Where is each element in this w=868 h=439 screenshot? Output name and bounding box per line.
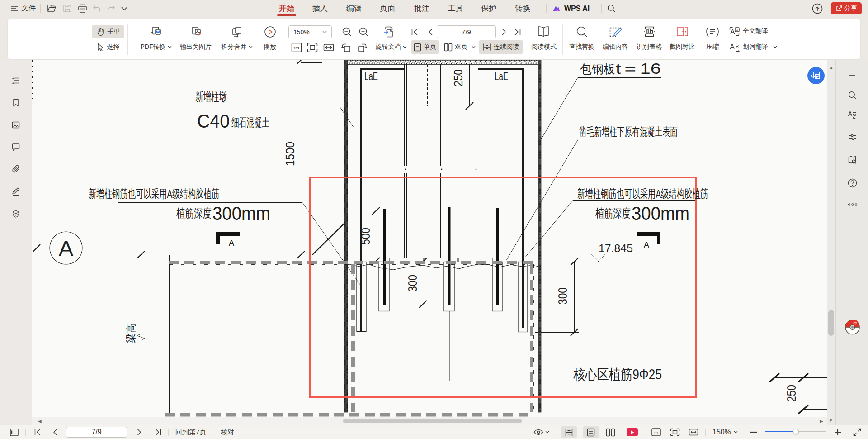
vertical-scrollbar[interactable]: ▲ ▼ (827, 60, 835, 425)
settings-sliders-icon[interactable] (848, 133, 857, 142)
view-visibility-button[interactable] (533, 425, 549, 439)
zoom-out-icon[interactable] (340, 25, 353, 38)
fit-page-button[interactable] (670, 425, 680, 439)
tab-comment[interactable]: 批注 (414, 0, 429, 17)
hamburger-menu-icon[interactable] (11, 0, 19, 17)
export-image-button[interactable]: 输出为图片 (173, 40, 218, 54)
play-slideshow-icon[interactable] (259, 25, 281, 38)
prev-page-button[interactable] (52, 425, 57, 439)
search-panel-icon[interactable] (848, 91, 857, 100)
compress-button[interactable]: 压缩 (698, 40, 727, 54)
attachment-icon[interactable] (11, 165, 20, 174)
full-translate-button[interactable]: 全文翻译 (729, 25, 783, 38)
navigation-map-icon[interactable] (848, 155, 857, 164)
zoom-out-button[interactable] (750, 425, 758, 439)
page-number-input[interactable]: 7/9 (437, 25, 496, 38)
pdf-convert-button[interactable]: PDF转换 (133, 40, 179, 54)
rotate-right-icon[interactable] (356, 42, 368, 53)
page-number-input[interactable]: 7/9 (66, 427, 127, 438)
help-icon[interactable] (848, 178, 857, 187)
actual-size-icon[interactable]: 1:1 (290, 42, 303, 53)
read-mode-icon[interactable] (528, 24, 558, 39)
global-search-icon[interactable] (607, 0, 616, 17)
comment-panel-icon[interactable] (11, 143, 20, 152)
vertical-scroll-thumb[interactable] (828, 310, 834, 336)
save-icon[interactable] (63, 0, 72, 17)
scroll-up-arrow-icon[interactable]: ▲ (829, 66, 834, 70)
tab-protect[interactable]: 保护 (481, 0, 496, 17)
share-button[interactable]: 分享 (831, 2, 862, 14)
next-page-icon[interactable] (499, 26, 509, 37)
double-page-view-button[interactable] (606, 425, 615, 439)
pdf-convert-icon[interactable] (133, 24, 179, 39)
first-page-button[interactable] (34, 425, 41, 439)
fit-page-icon[interactable] (306, 42, 319, 53)
translate-panel-icon[interactable] (848, 110, 857, 119)
more-history-chevron-icon[interactable] (121, 0, 127, 17)
signature-icon[interactable] (11, 187, 20, 196)
read-mode-button[interactable]: 阅读模式 (522, 40, 566, 54)
tab-insert[interactable]: 插入 (312, 0, 328, 17)
double-page-button[interactable]: 双页 (443, 40, 477, 54)
redo-icon[interactable] (107, 0, 115, 17)
horizontal-scrollbar[interactable]: ◀ ▶ (32, 417, 827, 425)
bookmark-icon[interactable] (11, 98, 20, 107)
last-page-icon[interactable] (512, 26, 523, 37)
select-tool-button[interactable]: 选择 (92, 40, 124, 54)
collapse-toolbar-icon[interactable] (848, 71, 857, 80)
print-icon[interactable] (78, 0, 87, 17)
tab-home[interactable]: 开始 (279, 0, 294, 17)
toggle-sidebar-icon[interactable] (10, 425, 19, 439)
rotate-doc-button[interactable]: 旋转文档 (372, 40, 410, 54)
tab-wps-ai[interactable]: WPS AI (552, 0, 590, 17)
zoom-in-icon[interactable] (357, 25, 370, 38)
first-page-icon[interactable] (409, 26, 420, 37)
continuous-view-button[interactable] (561, 426, 577, 438)
back-to-page-button[interactable]: 回到第7页 (175, 425, 206, 439)
undo-icon[interactable] (93, 0, 101, 17)
scroll-left-arrow-icon[interactable]: ◀ (38, 419, 42, 424)
zoom-level-select[interactable]: 150% (288, 25, 332, 38)
compress-icon[interactable] (698, 24, 727, 39)
single-page-view-button[interactable] (583, 426, 599, 438)
assistant-robot-icon[interactable]: 中 (844, 319, 860, 335)
tab-convert[interactable]: 转换 (515, 0, 530, 17)
file-menu[interactable]: 文件 (21, 0, 36, 17)
extract-pages-icon[interactable] (382, 24, 397, 39)
fit-width-button[interactable] (689, 425, 698, 439)
fit-width-icon[interactable] (322, 42, 335, 53)
more-options-icon[interactable] (848, 203, 857, 212)
zoom-in-button[interactable] (834, 425, 841, 439)
annotation-list-icon[interactable] (11, 76, 20, 85)
horizontal-scroll-thumb[interactable] (343, 419, 522, 423)
split-merge-button[interactable]: 拆分合并 (214, 40, 259, 54)
export-image-icon[interactable] (173, 24, 218, 39)
zoom-slider-thumb[interactable] (793, 429, 799, 434)
convert-to-word-float-button[interactable] (806, 65, 826, 86)
open-file-icon[interactable] (47, 0, 57, 17)
scroll-down-arrow-icon[interactable]: ▼ (829, 418, 833, 423)
layers-icon[interactable] (11, 210, 20, 219)
tab-tools[interactable]: 工具 (448, 0, 463, 17)
tab-edit[interactable]: 编辑 (346, 0, 362, 17)
prev-page-icon[interactable] (425, 26, 435, 37)
proofread-button[interactable]: 校对 (221, 425, 234, 439)
fullscreen-button[interactable] (853, 425, 862, 439)
single-page-button[interactable]: 单页 (411, 40, 439, 54)
zoom-level-button[interactable]: 150% (712, 425, 738, 439)
actual-size-button[interactable]: 1:1 (651, 425, 661, 439)
play-button[interactable] (627, 428, 638, 436)
scroll-right-arrow-icon[interactable]: ▶ (820, 419, 823, 424)
document-canvas[interactable]: A 新增柱墩 C40 细石混凝土 1500 LaE LaE 250 包钢板 t＝… (32, 60, 827, 425)
word-translate-button[interactable]: 划词翻译 (729, 40, 788, 54)
rotate-left-icon[interactable] (340, 42, 352, 53)
play-slideshow-button[interactable]: 播放 (259, 40, 281, 54)
image-panel-icon[interactable] (11, 120, 20, 129)
last-page-button[interactable] (155, 425, 162, 439)
continuous-read-button[interactable]: 连续阅读 (479, 40, 523, 54)
split-merge-icon[interactable] (214, 24, 259, 39)
hand-tool-button[interactable]: 手型 (92, 25, 124, 38)
next-page-button[interactable] (137, 425, 142, 439)
tab-page[interactable]: 页面 (380, 0, 395, 17)
cloud-upload-icon[interactable] (811, 0, 823, 17)
